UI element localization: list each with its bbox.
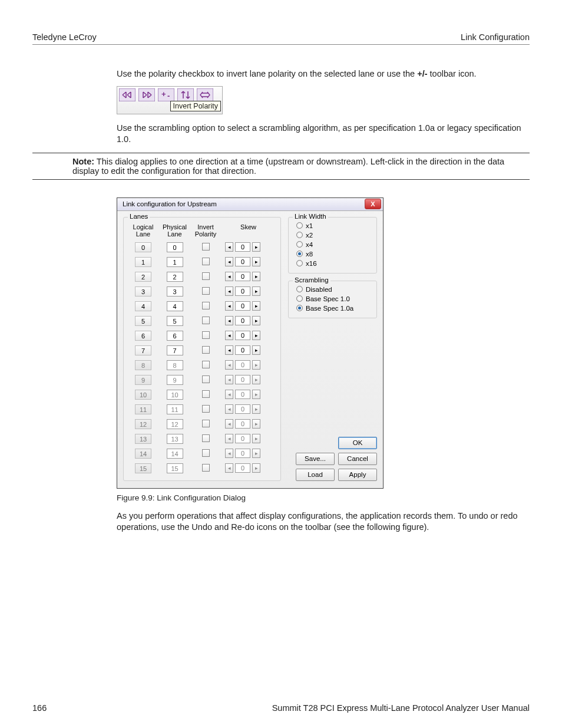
logical-lane-button[interactable]: 5 [135,316,151,326]
skew-increment-button[interactable]: ▸ [252,272,260,281]
skew-increment-button[interactable]: ▸ [252,345,260,355]
physical-lane-field[interactable]: 15 [167,463,183,473]
skew-increment-button[interactable]: ▸ [252,286,260,296]
skew-increment-button[interactable]: ▸ [252,360,260,370]
logical-lane-button[interactable]: 14 [135,449,151,459]
skew-value-field[interactable]: 0 [235,286,250,296]
physical-lane-field[interactable]: 8 [167,360,183,370]
invert-polarity-checkbox[interactable] [202,287,210,295]
skew-increment-button[interactable]: ▸ [252,463,260,473]
skew-decrement-button[interactable]: ◂ [225,345,233,355]
close-button[interactable]: X [365,199,381,209]
invert-polarity-checkbox[interactable] [202,317,210,324]
skew-increment-button[interactable]: ▸ [252,449,260,458]
skew-increment-button[interactable]: ▸ [252,404,260,414]
skew-value-field[interactable]: 0 [235,360,250,370]
skew-increment-button[interactable]: ▸ [252,375,260,384]
skew-increment-button[interactable]: ▸ [252,257,260,266]
physical-lane-field[interactable]: 0 [167,242,183,252]
logical-lane-button[interactable]: 8 [135,360,151,370]
skew-value-field[interactable]: 0 [235,331,250,340]
skew-increment-button[interactable]: ▸ [252,316,260,325]
invert-polarity-checkbox[interactable] [202,390,210,398]
logical-lane-button[interactable]: 1 [135,257,151,267]
invert-polarity-checkbox[interactable] [202,302,210,309]
logical-lane-button[interactable]: 2 [135,272,151,282]
skew-decrement-button[interactable]: ◂ [225,316,233,325]
skew-increment-button[interactable]: ▸ [252,301,260,311]
invert-polarity-checkbox[interactable] [202,420,210,427]
logical-lane-button[interactable]: 7 [135,345,151,355]
logical-lane-button[interactable]: 12 [135,419,151,429]
skew-decrement-button[interactable]: ◂ [225,257,233,266]
skew-decrement-button[interactable]: ◂ [225,463,233,473]
skew-value-field[interactable]: 0 [235,316,250,325]
skew-decrement-button[interactable]: ◂ [225,242,233,252]
invert-polarity-checkbox[interactable] [202,375,210,383]
logical-lane-button[interactable]: 3 [135,286,151,297]
logical-lane-button[interactable]: 13 [135,434,151,444]
physical-lane-field[interactable]: 12 [167,419,183,429]
physical-lane-field[interactable]: 6 [167,331,183,341]
invert-polarity-checkbox[interactable] [202,361,210,368]
invert-polarity-checkbox[interactable] [202,331,210,339]
skew-value-field[interactable]: 0 [235,242,250,252]
skew-decrement-button[interactable]: ◂ [225,434,233,443]
logical-lane-button[interactable]: 9 [135,375,151,385]
invert-polarity-checkbox[interactable] [202,243,210,251]
physical-lane-field[interactable]: 7 [167,345,183,355]
scrambling-option[interactable]: Base Spec 1.0a [293,304,372,313]
physical-lane-field[interactable]: 2 [167,272,183,282]
skew-value-field[interactable]: 0 [235,272,250,281]
skew-value-field[interactable]: 0 [235,345,250,355]
link-width-option[interactable]: x1 [293,221,372,230]
physical-lane-field[interactable]: 13 [167,434,183,444]
skew-decrement-button[interactable]: ◂ [225,360,233,370]
skew-value-field[interactable]: 0 [235,301,250,311]
physical-lane-field[interactable]: 14 [167,449,183,459]
skew-value-field[interactable]: 0 [235,449,250,458]
logical-lane-button[interactable]: 4 [135,301,151,311]
link-width-option[interactable]: x4 [293,240,372,249]
invert-polarity-checkbox[interactable] [202,272,210,280]
apply-button[interactable]: Apply [338,469,377,481]
skew-decrement-button[interactable]: ◂ [225,419,233,429]
invert-polarity-checkbox[interactable] [202,346,210,354]
skew-decrement-button[interactable]: ◂ [225,331,233,340]
invert-polarity-checkbox[interactable] [202,434,210,442]
physical-lane-field[interactable]: 9 [167,375,183,385]
skew-decrement-button[interactable]: ◂ [225,286,233,296]
skew-value-field[interactable]: 0 [235,463,250,473]
logical-lane-button[interactable]: 15 [135,463,151,473]
invert-polarity-checkbox[interactable] [202,464,210,472]
skew-increment-button[interactable]: ▸ [252,434,260,443]
physical-lane-field[interactable]: 10 [167,390,183,400]
save-button[interactable]: Save... [296,453,335,465]
physical-lane-field[interactable]: 4 [167,301,183,311]
logical-lane-button[interactable]: 11 [135,404,151,414]
physical-lane-field[interactable]: 5 [167,316,183,326]
invert-polarity-checkbox[interactable] [202,405,210,413]
skew-decrement-button[interactable]: ◂ [225,272,233,281]
skew-decrement-button[interactable]: ◂ [225,390,233,399]
invert-polarity-checkbox[interactable] [202,449,210,457]
skew-decrement-button[interactable]: ◂ [225,375,233,384]
skew-increment-button[interactable]: ▸ [252,242,260,252]
logical-lane-button[interactable]: 6 [135,331,151,341]
skew-value-field[interactable]: 0 [235,419,250,429]
link-width-option[interactable]: x8 [293,249,372,259]
skew-value-field[interactable]: 0 [235,375,250,384]
ok-button[interactable]: OK [338,437,377,449]
scrambling-option[interactable]: Base Spec 1.0 [293,294,372,304]
skew-decrement-button[interactable]: ◂ [225,449,233,458]
link-width-option[interactable]: x16 [293,259,372,268]
scrambling-option[interactable]: Disabled [293,285,372,294]
physical-lane-field[interactable]: 11 [167,404,183,414]
link-width-option[interactable]: x2 [293,230,372,240]
physical-lane-field[interactable]: 3 [167,286,183,297]
skew-value-field[interactable]: 0 [235,404,250,414]
skew-decrement-button[interactable]: ◂ [225,404,233,414]
invert-polarity-checkbox[interactable] [202,258,210,265]
logical-lane-button[interactable]: 10 [135,390,151,400]
skew-value-field[interactable]: 0 [235,434,250,443]
